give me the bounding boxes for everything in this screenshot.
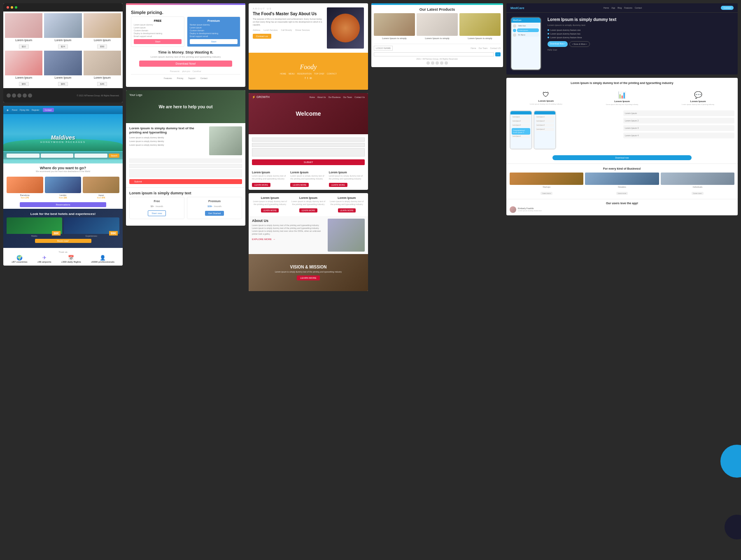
pricing-nav-pricing[interactable]: Pricing [177,77,183,79]
mc-nav-app[interactable]: App [611,7,615,9]
growth-message-input[interactable] [252,148,365,156]
vision-description: Lorem ipsum is simply dummy text of the … [275,271,342,273]
mc2-biz-img-startups [510,173,583,185]
growth-learn-more-3[interactable]: LEARN MORE [329,183,347,187]
trust-airports: +56 airports [37,261,51,263]
footer-social-li[interactable] [436,61,439,65]
vision-learn-more-button[interactable]: LEARN MORE [297,275,320,280]
service-3-button[interactable]: LEARN MORE [338,208,356,212]
pricing-download-button[interactable]: Download Now! [139,61,232,67]
mc-nav-home[interactable]: Home [604,7,609,9]
footer-social-fb[interactable] [431,61,434,65]
explore-more-link[interactable]: EXPLORE MORE [252,238,272,240]
travel-search-to[interactable] [41,154,74,158]
food-contact-button[interactable]: Contact us [253,34,271,39]
medicare-hero-text: Lorem Ipsum is simply dummy text Lorem i… [548,17,734,70]
service-1-title: Lorem Ipsum [252,196,288,199]
food-nav-reservation[interactable]: RESERVATION [297,72,312,75]
contact-email-input[interactable] [129,164,242,168]
fashion-price-4[interactable]: $55 [19,82,29,86]
growth-name-input[interactable] [252,138,365,142]
growth-col-1-title: Lorem Ipsum [252,171,288,174]
fashion-price-1[interactable]: $10 [19,44,29,49]
p2-premium-button[interactable]: Get Started [205,211,224,216]
growth-learn-more-2[interactable]: LEARN MORE [290,183,309,187]
medicare-store-button[interactable]: • Store & More • [569,41,590,47]
food-social-fb[interactable]: f [305,77,305,79]
travel-search-from[interactable] [7,154,40,158]
food-nav-menu[interactable]: MENU [289,72,295,75]
mc-nav-blog[interactable]: Blog [618,7,622,9]
travel-nav-panel[interactable]: Panel [12,109,17,111]
footer-social-yt[interactable] [445,61,448,65]
fashion-item-6: Lorem Ipsum $45 [84,51,121,86]
mc-nav-contact[interactable]: Contact [635,7,642,9]
social-icon-2[interactable] [12,93,16,98]
pricing-nav-support[interactable]: Support [188,77,196,79]
social-icon-4[interactable] [23,93,27,98]
travel-nav-flying[interactable]: Flying Info [20,109,29,111]
service-col-2: Lorem Ipsum Lorem ipsum is simply dummy … [290,196,326,213]
mc2-congrats-text: Congratulations! Lorem Ipsum 3 [513,129,529,133]
pricing-free-feat-3: Custom domain [134,29,182,32]
travel-nav-register[interactable]: Register [32,109,40,111]
growth-contact-form: SUBMIT [249,134,368,168]
medicare-nav-cta-button[interactable]: Connect [721,6,734,10]
footer-link-team[interactable]: Our Team [479,47,488,49]
medicare-download-button[interactable]: Download Now • [548,41,568,47]
contact-message-input[interactable] [129,169,242,177]
footer-link-home[interactable]: Home [471,47,476,49]
food-nav-contact[interactable]: CONTACT [327,72,337,75]
food-details: Address Lunch Services Call Directly Din… [253,29,323,31]
travel-search-button[interactable]: Search [109,154,119,158]
food-lunch: Lunch Services [263,29,277,31]
service-2-button[interactable]: LEARN MORE [299,208,317,212]
social-icon-1[interactable] [7,93,11,98]
travel-nav-button[interactable]: Contact [43,108,54,112]
mc2-biz-btn-3[interactable]: Learn more [692,192,703,195]
growth-nav-team[interactable]: Our Team [343,96,352,98]
footer-social-vm[interactable] [440,61,443,65]
contact-submit-button[interactable]: Submit [129,179,242,184]
fashion-footer: © 2021 NiThemes Group. All Rights Reserv… [3,88,123,103]
book-now-button[interactable]: Book now! [35,239,91,243]
food-nav-chef[interactable]: TOP CHEF [314,72,324,75]
pricing-premium-button[interactable]: Start [190,39,238,44]
mc2-biz-img-individuals [661,173,734,185]
newsletter-input[interactable] [374,52,494,56]
mc-nav-features[interactable]: Features [624,7,632,9]
social-icon-3[interactable] [17,93,21,98]
growth-nav-contact[interactable]: Contact Us [354,96,365,98]
growth-nav-home[interactable]: Home [309,96,315,98]
fashion-price-3[interactable]: $50 [97,44,107,49]
book-reservations-button[interactable]: Reservations [20,202,106,207]
food-social-tw[interactable]: t [307,77,308,79]
footer-social-tw[interactable] [426,61,430,65]
social-icon-5[interactable] [28,93,32,98]
service-1-button[interactable]: LEARN MORE [261,208,279,212]
fashion-price-2[interactable]: $24 [58,44,68,49]
growth-nav-business[interactable]: Our Business [328,96,340,98]
growth-email-input[interactable] [252,143,365,147]
mc2-biz-btn-2[interactable]: Learn more [616,192,628,195]
food-social-in[interactable]: in [310,77,312,79]
p2-premium-price: $39- /month [190,203,239,208]
pricing-nav-features[interactable]: Features [164,77,172,79]
footer-link-contact[interactable]: Contact US [490,47,501,49]
pricing-nav-contact[interactable]: Contact [200,77,207,79]
growth-learn-more-1[interactable]: LEARN MORE [252,183,270,187]
contact-name-input[interactable] [129,159,242,163]
mc2-download-button[interactable]: Download now [552,155,691,160]
pricing-free-button[interactable]: Start [134,39,182,44]
mc2-biz-btn-1[interactable]: Learn more [541,192,552,195]
growth-nav-about[interactable]: About Us [317,96,326,98]
fashion-price-6[interactable]: $45 [97,82,107,86]
fashion-price-5[interactable]: $85 [58,82,68,86]
travel-search-date[interactable] [75,154,107,158]
p2-free-button[interactable]: Start now [148,210,165,216]
food-nav-home[interactable]: HOME [280,72,286,75]
products-footer-links: Home Our Team Contact US [471,47,501,49]
newsletter-submit-button[interactable]: → [495,52,501,56]
pricing-footer-nav: Features Pricing Support Contact [131,74,240,82]
growth-submit-button[interactable]: SUBMIT [252,159,365,165]
